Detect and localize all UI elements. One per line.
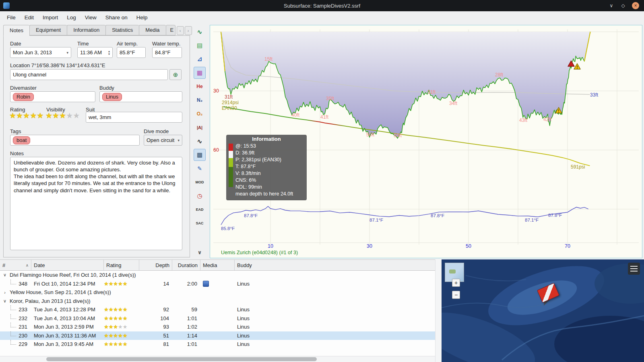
collapse-icon[interactable]: ∨ xyxy=(2,272,7,278)
column-header-media[interactable]: Media xyxy=(200,260,235,270)
toggle-deco-icon[interactable]: ◷ xyxy=(194,190,206,202)
visibility-stars[interactable]: ★★★★★ xyxy=(45,112,80,120)
chevron-down-icon: ▾ xyxy=(64,51,68,55)
menu-help[interactable]: Help xyxy=(132,12,152,23)
toggle-pp-n2-icon[interactable]: N₂ xyxy=(194,94,206,106)
tab-media[interactable]: Media xyxy=(139,25,165,35)
toggle-pp-o2-icon[interactable]: O₂ xyxy=(194,108,206,120)
divemaster-tag[interactable]: Robin xyxy=(13,93,34,101)
dive-mode-select[interactable]: Open circuit ▾ xyxy=(144,135,182,146)
toggle-sac-icon[interactable]: SAC xyxy=(194,217,206,229)
water-temp-input[interactable] xyxy=(155,49,179,56)
expand-icon[interactable]: › xyxy=(2,290,7,295)
horizontal-scrollbar[interactable] xyxy=(0,356,435,362)
column-header-rating[interactable]: Rating xyxy=(104,260,139,270)
svg-text:28ft: 28ft xyxy=(495,72,504,78)
tree-branch xyxy=(10,323,16,327)
collapse-icon[interactable]: ∨ xyxy=(2,298,7,304)
map-menu-button[interactable] xyxy=(628,263,640,275)
tab-scroll-left-button[interactable]: ‹ xyxy=(177,26,184,35)
menu-view[interactable]: View xyxy=(80,12,101,23)
dive-row[interactable]: 348Fri Oct 10, 2014 12:34 PM★★★★★142:00L… xyxy=(0,280,435,288)
toggle-mod-icon[interactable]: MOD xyxy=(194,176,206,188)
star-icon: ★ xyxy=(113,281,118,286)
toggle-ruler-icon[interactable]: ⊿ xyxy=(194,53,206,65)
dive-map[interactable]: + − xyxy=(442,259,644,362)
column-header-buddy[interactable]: Buddy xyxy=(235,260,435,270)
tag-chip[interactable]: boat xyxy=(13,136,30,144)
rating-stars[interactable]: ★★★★★ xyxy=(9,112,43,120)
close-button[interactable]: × xyxy=(632,2,639,9)
time-spinner[interactable]: ▴ ▾ xyxy=(108,50,110,56)
map-lookup-button[interactable]: ⊕ xyxy=(169,69,182,80)
notes-textarea[interactable]: Unbelievable dive. Dozens and dozens of … xyxy=(10,157,182,250)
location-input[interactable] xyxy=(13,72,165,78)
toggle-ceiling-icon[interactable]: ▦ xyxy=(194,67,206,79)
dive-row[interactable]: 232Tue Jun 4, 2013 10:04 AM★★★★★1041:01L… xyxy=(0,314,435,323)
media-icon[interactable] xyxy=(203,281,209,287)
toggle-ead-icon[interactable]: EAD xyxy=(194,204,206,216)
column-header-duration[interactable]: Duration xyxy=(172,260,200,270)
tab-notes[interactable]: Notes xyxy=(3,25,29,36)
trip-row[interactable]: ›Yellow House, Sun Sep 21, 2014 (1 dive(… xyxy=(0,288,435,297)
toggle-pp-he-icon[interactable]: He xyxy=(194,80,206,93)
column-header-date[interactable]: Date xyxy=(31,260,104,270)
trip-label: Yellow House, Sun Sep 21, 2014 (1 dive(s… xyxy=(10,289,111,295)
dive-date: Fri Oct 10, 2014 12:34 PM xyxy=(31,280,104,288)
dive-number: 231 xyxy=(19,324,27,330)
star-icon: ★ xyxy=(104,341,109,347)
vertical-scrollbar[interactable] xyxy=(435,259,442,362)
water-temp-field[interactable] xyxy=(152,47,182,58)
location-field[interactable] xyxy=(10,69,168,80)
tab-e[interactable]: E xyxy=(166,25,175,35)
svg-text:33ft: 33ft xyxy=(590,92,599,98)
tab-statistics[interactable]: Statistics xyxy=(105,25,139,35)
column-header-depth[interactable]: Depth xyxy=(139,260,172,270)
buddy-field[interactable]: Linus xyxy=(99,91,182,102)
air-temp-input[interactable] xyxy=(120,49,143,56)
tab-equipment[interactable]: Equipment xyxy=(29,25,67,35)
tab-scroll-right-button[interactable]: › xyxy=(185,26,192,35)
star-icon: ★ xyxy=(66,112,73,120)
date-select[interactable]: Mon Jun 3, 2013 ▾ xyxy=(10,47,71,58)
dive-row[interactable]: 233Tue Jun 4, 2013 12:28 PM★★★★★9259Linu… xyxy=(0,305,435,314)
menu-import[interactable]: Import xyxy=(38,12,62,23)
trip-row[interactable]: ∨Divi Flamingo House Reef, Fri Oct 10, 2… xyxy=(0,271,435,280)
menu-log[interactable]: Log xyxy=(62,12,80,23)
suit-input[interactable] xyxy=(89,114,180,120)
dive-profile-panel[interactable]: 15ft31ft40ft41ft35ft50ft50ft31ft34ft28ft… xyxy=(210,25,642,258)
dive-date: Tue Jun 4, 2013 10:04 AM xyxy=(31,314,104,323)
dive-row[interactable]: 229Mon Jun 3, 2013 9:45 AM★★★★★811:01Lin… xyxy=(0,340,435,349)
dive-row[interactable]: 231Mon Jun 3, 2013 2:59 PM★★★★★931:02Lin… xyxy=(0,323,435,331)
menu-file[interactable]: File xyxy=(2,12,20,23)
menu-edit[interactable]: Edit xyxy=(20,12,38,23)
toolbar-scroll-down-icon[interactable]: ∨ xyxy=(194,246,206,258)
buddy-tag[interactable]: Linus xyxy=(102,93,122,101)
dive-row[interactable]: 230Mon Jun 3, 2013 11:36 AM★★★★★511:14Li… xyxy=(0,331,435,340)
toggle-ambient-icon[interactable]: |A| xyxy=(194,121,206,134)
suit-field[interactable] xyxy=(86,112,182,123)
column-header-num[interactable]: #∧ xyxy=(0,260,31,270)
toggle-heartrate-icon[interactable]: ∿ xyxy=(194,135,206,147)
star-icon: ★ xyxy=(37,112,43,120)
dive-site-marker[interactable] xyxy=(537,285,561,309)
divemaster-field[interactable]: Robin xyxy=(10,91,95,102)
minimize-button[interactable]: ∨ xyxy=(609,3,614,8)
star-icon: ★ xyxy=(113,324,118,329)
trip-row[interactable]: ∨Koror, Palau, Jun 2013 (11 dive(s)) xyxy=(0,297,435,306)
scrollbar-thumb[interactable] xyxy=(46,357,317,361)
air-temp-field[interactable] xyxy=(117,47,146,58)
toggle-pictures-icon[interactable]: ∿ xyxy=(194,26,206,38)
toggle-edit-icon[interactable]: ✎ xyxy=(194,162,206,175)
map-zoom-out-button[interactable]: − xyxy=(452,291,460,299)
toggle-tissues-icon[interactable]: ▩ xyxy=(194,149,206,161)
title-bar[interactable]: Subsurface: SampleDivesV2.ssrf ∨ ◇ × xyxy=(0,0,644,11)
menu-share-on[interactable]: Share on xyxy=(101,12,132,23)
map-zoom-in-button[interactable]: + xyxy=(452,279,460,287)
time-input[interactable]: 11:36 AM ▴ ▾ xyxy=(77,47,113,58)
tags-field[interactable]: boat xyxy=(10,135,140,146)
svg-text:2914psi: 2914psi xyxy=(222,100,239,105)
maximize-button[interactable]: ◇ xyxy=(620,3,626,8)
tab-information[interactable]: Information xyxy=(67,25,105,35)
toggle-grid-icon[interactable]: ▤ xyxy=(194,39,206,51)
